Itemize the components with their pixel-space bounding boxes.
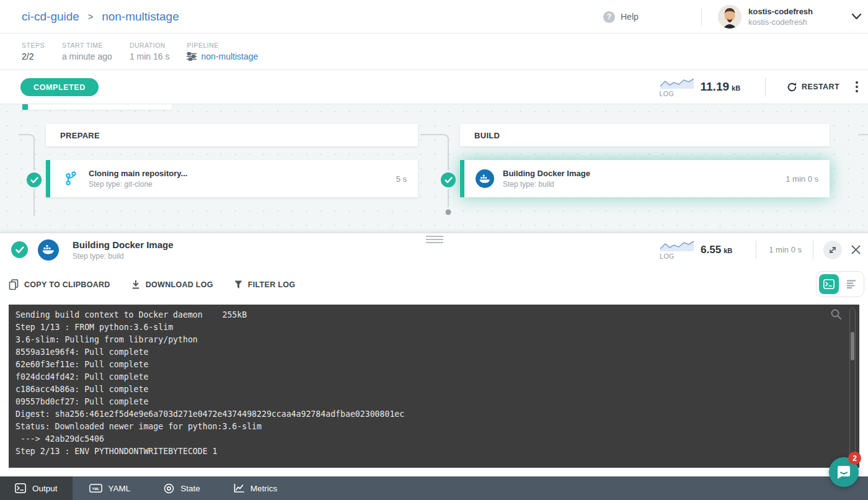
user-menu[interactable]: kostis-codefresh kostis-codefresh <box>718 5 813 29</box>
chevron-down-icon[interactable] <box>851 11 862 25</box>
start-time-value: a minute ago <box>62 51 112 61</box>
console-line: Status: Downloaded newer image for pytho… <box>16 421 841 433</box>
step-title: Building Docker Image <box>503 169 590 178</box>
step-type: Step type: build <box>503 180 590 189</box>
restart-button[interactable]: RESTART <box>787 82 839 92</box>
docker-build-icon <box>474 169 495 188</box>
tab-label: State <box>180 484 200 493</box>
log-view-toggle <box>816 271 864 297</box>
log-size: 11.19 kB <box>701 80 741 94</box>
summary-steps: STEPS 2/2 <box>22 42 45 61</box>
breadcrumb-separator: > <box>88 12 93 22</box>
chat-icon <box>836 464 852 480</box>
top-bar: ci-cd-guide > non-multistage ? Help kost… <box>0 0 868 33</box>
status-bar: COMPLETED LOG 11.19 kB RESTART <box>0 70 868 104</box>
console-line: c186acc4b86a: Pull complete <box>16 383 841 396</box>
help-label: Help <box>621 12 639 22</box>
pipeline-canvas: PREPARE Cloning main repository... Step … <box>0 104 868 233</box>
copy-to-clipboard-button[interactable]: COPY TO CLIPBOARD <box>9 279 110 290</box>
pipeline-icon <box>187 52 197 61</box>
codefresh-build-page: ci-cd-guide > non-multistage ? Help kost… <box>0 0 868 500</box>
git-clone-icon <box>60 171 81 186</box>
breadcrumb-project-link[interactable]: ci-cd-guide <box>22 10 79 24</box>
filter-log-button[interactable]: FILTER LOG <box>234 280 295 289</box>
step-success-check-icon <box>441 172 456 187</box>
chat-widget-button[interactable]: 2 <box>829 457 859 487</box>
filter-label: FILTER LOG <box>248 280 295 289</box>
yaml-tab-icon: YML <box>89 483 102 493</box>
log-size: 6.55 kB <box>701 244 732 256</box>
step-duration: 5 s <box>396 174 407 184</box>
log-terminal: Sending build context to Docker daemon 2… <box>9 305 859 468</box>
start-time-label: START TIME <box>62 42 112 49</box>
log-label: LOG <box>660 252 675 260</box>
panel-step-title: Building Docker Image <box>73 239 174 250</box>
svg-text:YML: YML <box>92 487 99 491</box>
console-line: 62e60f3ef11e: Pull complete <box>16 359 841 371</box>
terminal-view-icon <box>823 279 835 289</box>
log-label: LOG <box>660 90 675 97</box>
build-summary-bar: STEPS 2/2 START TIME a minute ago DURATI… <box>0 33 868 70</box>
steps-value: 2/2 <box>22 51 45 61</box>
tab-metrics[interactable]: Metrics <box>217 476 294 500</box>
duration-value: 1 min 16 s <box>130 51 170 61</box>
console-line: ---> 42ab29dc5406 <box>16 433 841 445</box>
pipeline-label: PIPELINE <box>187 42 258 49</box>
user-account: kostis-codefresh <box>748 17 813 27</box>
duration-label: DURATION <box>130 42 170 49</box>
log-size-unit: kB <box>724 247 732 254</box>
tab-state[interactable]: State <box>147 476 217 500</box>
copy-label: COPY TO CLIPBOARD <box>24 280 110 289</box>
user-names: kostis-codefresh kostis-codefresh <box>748 7 813 27</box>
summary-duration: DURATION 1 min 16 s <box>130 42 170 61</box>
filter-icon <box>234 280 242 289</box>
avatar <box>718 5 742 29</box>
download-log-button[interactable]: DOWNLOAD LOG <box>131 280 213 290</box>
panel-step-type: Step type: build <box>73 252 174 261</box>
search-icon[interactable] <box>830 308 842 323</box>
console-output: Sending build context to Docker daemon 2… <box>9 305 859 458</box>
divider <box>765 78 766 96</box>
divider <box>813 241 813 259</box>
pipeline-value: non-multistage <box>201 51 258 61</box>
docker-build-icon <box>38 239 59 261</box>
bottom-tab-bar: Output YML YAML State Metrics <box>0 476 868 500</box>
status-bar-right: LOG 11.19 kB RESTART <box>660 70 868 104</box>
terminal-view-button[interactable] <box>819 274 839 294</box>
step-card-git-clone[interactable]: Cloning main repository... Step type: gi… <box>46 160 418 197</box>
copy-icon <box>9 279 19 290</box>
status-badge: COMPLETED <box>20 78 99 96</box>
step-success-check-icon <box>11 241 28 258</box>
close-panel-button[interactable] <box>848 243 863 257</box>
panel-header: Building Docker Image Step type: build L… <box>0 233 868 266</box>
tab-label: Metrics <box>250 484 278 493</box>
chat-unread-badge: 2 <box>848 452 861 465</box>
step-card-build[interactable]: Building Docker Image Step type: build 1… <box>460 160 830 197</box>
step-title: Cloning main repository... <box>89 169 187 178</box>
expand-panel-button[interactable] <box>823 241 842 259</box>
download-icon <box>131 280 140 290</box>
output-tab-icon <box>15 483 26 493</box>
user-name: kostis-codefresh <box>748 7 813 16</box>
tab-output[interactable]: Output <box>0 476 73 500</box>
panel-step-duration: 1 min 0 s <box>769 245 802 254</box>
summary-pipeline: PIPELINE non-multistage <box>187 42 258 61</box>
log-size-value: 6.55 <box>701 244 721 256</box>
console-line: Step 1/13 : FROM python:3.6-slim <box>16 321 841 334</box>
breadcrumb-page-link[interactable]: non-multistage <box>102 10 179 24</box>
terminal-scrollbar-thumb[interactable] <box>851 332 854 360</box>
log-sparkline-block: LOG <box>660 239 694 260</box>
log-toolbar: COPY TO CLIPBOARD DOWNLOAD LOG FILTER LO… <box>0 266 868 303</box>
terminal-scrollbar[interactable] <box>849 308 856 462</box>
kebab-menu-icon[interactable] <box>853 79 861 95</box>
pipeline-link[interactable]: non-multistage <box>187 51 258 61</box>
list-view-icon <box>846 279 856 289</box>
console-line: f024dcd4fd42: Pull complete <box>16 371 841 383</box>
list-view-button[interactable] <box>841 274 861 294</box>
topbar-divider <box>701 8 702 25</box>
log-sparkline <box>660 239 694 252</box>
help-button[interactable]: ? Help <box>603 0 639 33</box>
tab-yaml[interactable]: YML YAML <box>73 476 148 500</box>
log-size-value: 11.19 <box>701 80 730 94</box>
scrolled-step-card-remnant <box>22 104 172 110</box>
